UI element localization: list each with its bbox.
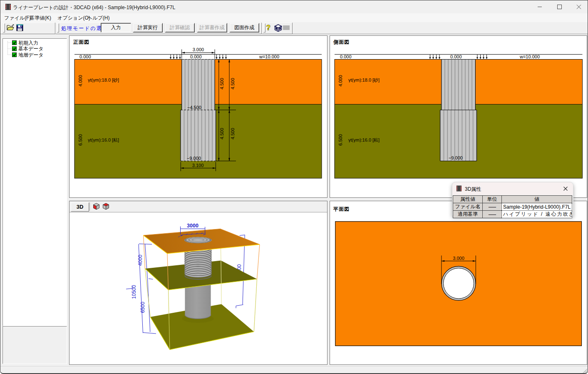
svg-text:4.500: 4.500 <box>219 78 224 90</box>
svg-text:4.000: 4.000 <box>78 75 83 87</box>
svg-text:3.100: 3.100 <box>192 163 204 168</box>
svg-text:3.000: 3.000 <box>193 47 204 52</box>
svg-text:3000: 3000 <box>187 223 198 229</box>
svg-text:4.500: 4.500 <box>219 128 224 140</box>
svg-text:6.500: 6.500 <box>338 134 343 146</box>
svg-text:−9.000: −9.000 <box>449 155 463 160</box>
svg-text:基本データ: 基本データ <box>18 46 44 52</box>
svg-text:4000: 4000 <box>137 254 143 266</box>
svg-text:γt(γm):16.0 [粘]: γt(γm):16.0 [粘] <box>88 137 119 142</box>
svg-text:0.000: 0.000 <box>79 54 91 59</box>
svg-text:6500: 6500 <box>140 302 146 313</box>
svg-text:0.000: 0.000 <box>450 54 462 59</box>
svg-text:10500: 10500 <box>131 285 137 299</box>
svg-text:w=10.000: w=10.000 <box>519 54 540 59</box>
svg-text:3.000: 3.000 <box>453 256 464 261</box>
svg-text:4.500: 4.500 <box>230 78 235 90</box>
svg-text:w=10.000: w=10.000 <box>259 54 279 59</box>
svg-text:0.000: 0.000 <box>340 54 352 59</box>
svg-text:4.500: 4.500 <box>230 128 235 140</box>
svg-text:初期入力: 初期入力 <box>18 40 38 46</box>
svg-text:−9.000: −9.000 <box>187 156 201 161</box>
svg-text:正面図: 正面図 <box>73 39 89 45</box>
svg-text:?: ? <box>266 24 270 32</box>
svg-text:γt(γm):16.0 [粘]: γt(γm):16.0 [粘] <box>348 137 380 142</box>
svg-text:平面図: 平面図 <box>333 206 350 212</box>
svg-text:γt(γm):18.0 [砂]: γt(γm):18.0 [砂] <box>348 77 380 82</box>
svg-text:地層データ: 地層データ <box>18 52 44 58</box>
svg-text:側面図: 側面図 <box>333 39 350 45</box>
svg-text:−4.500: −4.500 <box>187 105 201 110</box>
svg-text:γt(γm):18.0 [砂]: γt(γm):18.0 [砂] <box>88 77 119 82</box>
svg-text:6.500: 6.500 <box>78 134 83 146</box>
svg-text:0.000: 0.000 <box>190 54 202 59</box>
svg-text:4.000: 4.000 <box>338 75 343 87</box>
